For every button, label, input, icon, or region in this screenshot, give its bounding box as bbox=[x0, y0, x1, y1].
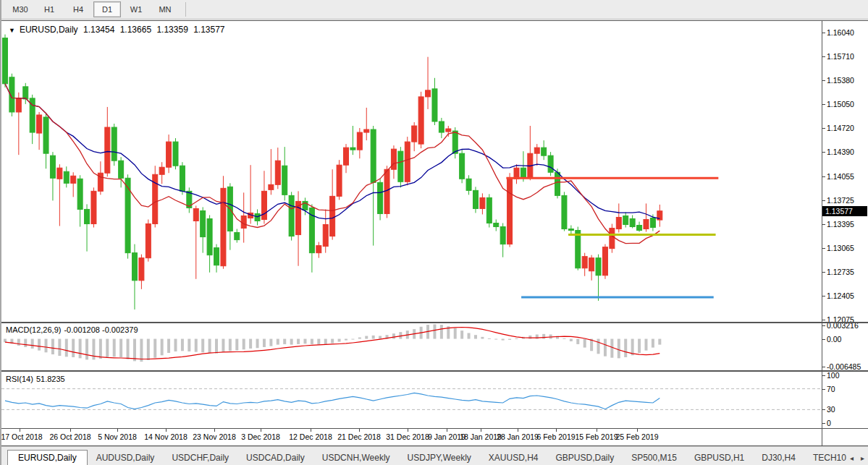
tab-dj30-h4[interactable]: DJ30,H4 bbox=[753, 451, 804, 465]
tab-tech100-h[interactable]: TECH100,H bbox=[804, 451, 846, 465]
candle bbox=[602, 247, 607, 276]
macd-histogram-bar bbox=[31, 339, 34, 349]
tab-usdcnh-weekly[interactable]: USDCNH,Weekly bbox=[313, 451, 399, 465]
macd-histogram-bar bbox=[570, 339, 573, 341]
candle bbox=[105, 127, 110, 173]
chart-title[interactable]: ▼EURUSD,Daily 1.13454 1.13665 1.13359 1.… bbox=[9, 25, 228, 35]
date-axis-label: 3 Dec 2018 bbox=[241, 432, 280, 441]
candle bbox=[77, 179, 83, 209]
macd-histogram-bar bbox=[508, 339, 511, 340]
macd-histogram-bar bbox=[610, 339, 613, 358]
macd-indicator-label: MACD(12,26,9)-0.001208 -0.002379 bbox=[6, 325, 141, 334]
pane-divider[interactable] bbox=[1, 322, 868, 323]
macd-histogram-bar bbox=[392, 333, 395, 338]
candle bbox=[64, 171, 69, 183]
candle bbox=[241, 216, 246, 228]
macd-histogram-bar bbox=[468, 333, 471, 339]
chart-canvas[interactable] bbox=[1, 0, 868, 446]
macd-histogram-bar bbox=[303, 339, 306, 344]
macd-histogram-bar bbox=[311, 339, 313, 344]
macd-histogram-bar bbox=[283, 339, 286, 344]
macd-histogram-bar bbox=[372, 336, 375, 339]
tab-eurusd-daily[interactable]: EURUSD,Daily bbox=[7, 450, 88, 465]
price-axis-label: 1.15710 bbox=[827, 52, 854, 61]
macd-histogram-bar bbox=[399, 332, 402, 338]
macd-axis-label: 0.00 bbox=[827, 335, 841, 344]
macd-histogram-bar bbox=[460, 330, 463, 338]
macd-histogram-bar bbox=[4, 339, 7, 343]
tab-usdjpy-weekly[interactable]: USDJPY,Weekly bbox=[399, 451, 480, 465]
macd-histogram-bar bbox=[140, 339, 143, 362]
macd-histogram-bar bbox=[24, 339, 27, 347]
date-axis-label: 28 Jan 2019 bbox=[497, 432, 539, 441]
macd-histogram-bar bbox=[562, 338, 565, 339]
macd-histogram-bar bbox=[345, 339, 347, 341]
date-axis-label: 17 Oct 2018 bbox=[1, 432, 42, 441]
tab-usdcad-daily[interactable]: USDCAD,Daily bbox=[237, 451, 313, 465]
candle bbox=[534, 148, 539, 153]
tab-scroll-right-icon[interactable]: ▸ bbox=[857, 451, 868, 465]
candle bbox=[637, 226, 642, 231]
date-axis-label: 23 Nov 2018 bbox=[193, 432, 236, 441]
candle bbox=[446, 129, 451, 132]
candle bbox=[466, 179, 471, 190]
candle bbox=[418, 97, 424, 144]
macd-histogram-bar bbox=[644, 339, 647, 351]
date-tick bbox=[597, 429, 597, 432]
macd-histogram-bar bbox=[113, 339, 116, 357]
macd-histogram-bar bbox=[290, 339, 293, 345]
macd-histogram-bar bbox=[365, 336, 368, 339]
tab-sp500-m15[interactable]: SP500,M15 bbox=[623, 451, 686, 465]
symbol-period-label: EURUSD,Daily bbox=[20, 25, 78, 35]
candle bbox=[473, 190, 478, 208]
macd-histogram-bar bbox=[38, 339, 41, 351]
macd-histogram-bar bbox=[167, 339, 170, 353]
macd-histogram-bar bbox=[181, 339, 184, 351]
macd-histogram-bar bbox=[174, 339, 177, 351]
candle bbox=[344, 148, 349, 165]
candle bbox=[85, 209, 90, 223]
pane-divider bbox=[1, 20, 868, 21]
macd-histogram-bar bbox=[351, 339, 354, 340]
candle bbox=[494, 223, 499, 227]
tab-xauusd-h4[interactable]: XAUUSD,H4 bbox=[480, 451, 547, 465]
macd-histogram-bar bbox=[542, 334, 545, 339]
current-price-badge: 1.13577 bbox=[822, 206, 867, 216]
candle bbox=[391, 149, 396, 169]
candle bbox=[439, 121, 444, 132]
candle bbox=[460, 153, 465, 179]
macd-histogram-bar bbox=[195, 339, 198, 352]
candle bbox=[3, 38, 8, 84]
tab-gbpusd-h1[interactable]: GBPUSD,H1 bbox=[686, 451, 753, 465]
candle bbox=[71, 176, 76, 183]
candle bbox=[91, 191, 96, 223]
date-tick bbox=[311, 429, 311, 432]
macd-histogram-bar bbox=[263, 339, 266, 347]
macd-histogram-bar bbox=[208, 339, 211, 353]
price-axis-label: 1.14720 bbox=[827, 124, 854, 132]
macd-histogram-bar bbox=[515, 338, 518, 339]
date-axis-label: 12 Dec 2018 bbox=[289, 432, 332, 441]
trading-terminal-window: M30H1H4D1W1MN ▼EURUSD,Daily 1.13454 1.13… bbox=[0, 0, 868, 465]
candle bbox=[132, 253, 137, 281]
tab-usdchf-daily[interactable]: USDCHF,Daily bbox=[163, 451, 237, 465]
tab-scroll-left-icon[interactable]: ◂ bbox=[846, 451, 857, 465]
date-axis-label: 18 Jan 2019 bbox=[460, 432, 502, 441]
macd-histogram-bar bbox=[331, 339, 334, 344]
macd-histogram-bar bbox=[658, 339, 661, 345]
tab-audusd-daily[interactable]: AUDUSD,Daily bbox=[88, 451, 164, 465]
macd-histogram-bar bbox=[494, 339, 497, 340]
date-axis-label: 6 Feb 2019 bbox=[536, 432, 575, 441]
macd-histogram-bar bbox=[249, 339, 252, 349]
chevron-down-icon[interactable]: ▼ bbox=[9, 27, 15, 34]
macd-histogram-bar bbox=[576, 339, 579, 344]
price-axis-label: 1.15380 bbox=[827, 76, 854, 85]
date-tick bbox=[408, 429, 408, 432]
price-axis-label: 1.16040 bbox=[827, 28, 854, 37]
price-axis-label: 1.12735 bbox=[827, 268, 854, 276]
candle bbox=[289, 195, 294, 236]
candle bbox=[180, 166, 185, 191]
low-value: 1.13359 bbox=[156, 25, 187, 35]
tab-gbpusd-daily[interactable]: GBPUSD,Daily bbox=[547, 451, 623, 465]
pane-divider[interactable] bbox=[1, 370, 868, 372]
